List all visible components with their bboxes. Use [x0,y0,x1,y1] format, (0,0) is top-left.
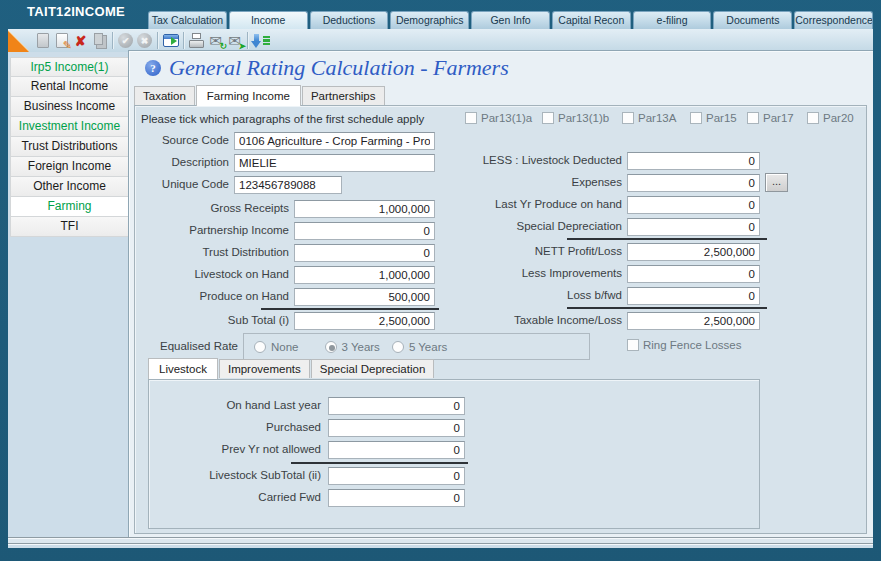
copy-record-icon[interactable] [90,31,109,50]
checkbox-ring-fence-losses[interactable]: Ring Fence Losses [627,339,741,351]
cancel-icon[interactable]: ✖ [135,31,154,50]
farming-income-page: Please tick which paragraphs of the firs… [134,105,867,534]
source-code-field[interactable] [234,132,435,150]
radio-circle[interactable] [325,341,337,353]
nett-profit-loss-label: NETT Profit/Loss [435,243,622,260]
tab-deductions[interactable]: Deductions [310,11,389,29]
checkbox-par17[interactable]: Par17 [747,112,794,124]
description-field[interactable] [234,154,435,172]
checkbox-par13-1b[interactable]: Par13(1)b [542,112,609,124]
confirm-icon[interactable]: ✔ [116,31,135,50]
tab-livestock[interactable]: Livestock [148,358,218,379]
sidebar-item-investment-income[interactable]: Investment Income [10,117,129,137]
tab-farming-income[interactable]: Farming Income [196,85,301,106]
mail-forward-icon[interactable]: ✉➤ [225,31,244,50]
tab-correspondence[interactable]: Correspondence [794,11,873,29]
carried-fwd-field[interactable] [328,489,465,507]
mail-sync-icon[interactable]: ✉↻ [206,31,225,50]
radio-3-years[interactable]: 3 Years [325,341,380,353]
nett-profit-loss-field[interactable] [627,243,760,261]
checkbox-label: Par13A [638,112,676,124]
tab-capital-recon[interactable]: Capital Recon [552,11,631,29]
checkbox-box[interactable] [690,112,702,124]
checkbox-box[interactable] [622,112,634,124]
equalised-rate-group: None 3 Years 5 Years [243,333,590,360]
loss-bfwd-label: Loss b/fwd [435,287,622,304]
livestock-panel: On hand Last year Purchased Prev Yr not … [148,379,760,529]
expenses-lookup-button[interactable]: ... [765,173,788,192]
partnership-income-field[interactable] [294,222,435,240]
checkbox-par20[interactable]: Par20 [807,112,854,124]
taxable-income-loss-field[interactable] [627,312,760,330]
sidebar-item-rental-income[interactable]: Rental Income [10,77,129,97]
sidebar: Irp5 Income(1) Rental Income Business In… [10,57,129,237]
tab-gen-info[interactable]: Gen Info [471,11,550,29]
radio-circle[interactable] [254,341,266,353]
edit-record-icon[interactable]: ✎ [52,31,71,50]
description-label: Description [141,154,229,171]
less-livestock-deducted-field[interactable] [627,152,760,170]
last-yr-produce-label: Last Yr Produce on hand [435,196,622,213]
livestock-sum-line [291,462,468,464]
on-hand-last-year-field[interactable] [328,397,465,415]
radio-none[interactable]: None [254,341,299,353]
unique-code-field[interactable] [234,176,342,194]
loss-bfwd-field[interactable] [627,287,760,305]
tab-income[interactable]: Income [229,11,308,29]
sidebar-item-trust-distributions[interactable]: Trust Distributions [10,137,129,157]
less-livestock-deducted-label: LESS : Livestock Deducted [435,152,622,169]
checkbox-box[interactable] [465,112,477,124]
sub-total-field[interactable] [294,312,435,330]
unique-code-label: Unique Code [141,176,229,193]
prev-yr-not-allowed-label: Prev Yr not allowed [161,441,321,458]
radio-5-years[interactable]: 5 Years [392,341,447,353]
tab-e-filing[interactable]: e-filing [633,11,712,29]
sidebar-item-business-income[interactable]: Business Income [10,97,129,117]
help-icon[interactable]: ? [145,60,161,76]
tab-demographics[interactable]: Demographics [390,11,469,29]
produce-on-hand-field[interactable] [294,288,435,306]
tab-improvements[interactable]: Improvements [219,359,310,378]
gross-receipts-field[interactable] [294,200,435,218]
last-yr-produce-field[interactable] [627,196,760,214]
livestock-on-hand-field[interactable] [294,266,435,284]
special-depreciation-field[interactable] [627,218,760,236]
livestock-subtotal-field[interactable] [328,467,465,485]
checkbox-par13-1a[interactable]: Par13(1)a [465,112,532,124]
expenses-field[interactable] [627,174,760,192]
prev-yr-not-allowed-field[interactable] [328,441,465,459]
corner-flag-icon [8,31,29,52]
import-data-icon[interactable] [251,31,270,50]
checkbox-box[interactable] [627,339,639,351]
page-title: General Rating Calculation - Farmers [169,55,509,81]
left-sum-line [261,308,439,310]
tab-special-depreciation[interactable]: Special Depreciation [311,359,434,378]
radio-circle[interactable] [392,341,404,353]
checkbox-box[interactable] [542,112,554,124]
delete-record-icon[interactable]: ✘ [71,31,90,50]
tab-taxation[interactable]: Taxation [134,86,195,105]
open-form-icon[interactable] [161,31,180,50]
checkbox-box[interactable] [807,112,819,124]
toolbar-separator [157,32,158,49]
checkbox-par13a[interactable]: Par13A [622,112,676,124]
print-icon[interactable] [187,31,206,50]
purchased-field[interactable] [328,419,465,437]
produce-on-hand-label: Produce on Hand [141,288,289,305]
sidebar-item-foreign-income[interactable]: Foreign Income [10,157,129,177]
new-record-icon[interactable] [33,31,52,50]
tab-tax-calculation[interactable]: Tax Calculation [148,11,227,29]
sidebar-item-irp5-income[interactable]: Irp5 Income(1) [10,57,129,77]
checkbox-par15[interactable]: Par15 [690,112,737,124]
bottom-splitter[interactable] [8,537,873,544]
tab-documents[interactable]: Documents [713,11,792,29]
toolbar: ✎ ✘ ✔ ✖ ✉↻ ✉➤ [8,29,873,52]
sidebar-item-other-income[interactable]: Other Income [10,177,129,197]
checkbox-label: Par13(1)b [558,112,609,124]
tab-partnerships[interactable]: Partnerships [302,86,385,105]
sidebar-item-tfi[interactable]: TFI [10,217,129,237]
sidebar-item-farming[interactable]: Farming [10,197,129,217]
less-improvements-field[interactable] [627,265,760,283]
checkbox-box[interactable] [747,112,759,124]
trust-distribution-field[interactable] [294,244,435,262]
